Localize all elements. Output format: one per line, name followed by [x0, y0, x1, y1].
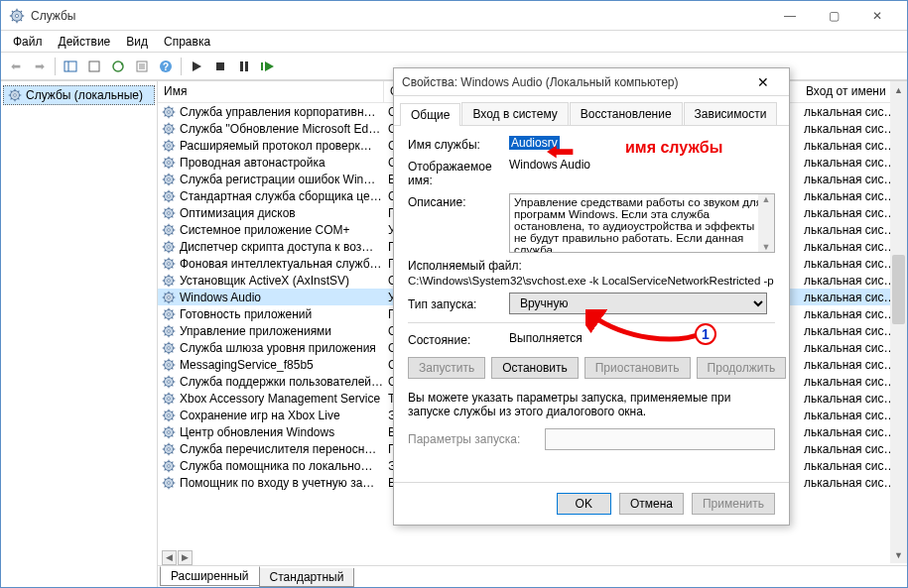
gear-icon	[162, 307, 176, 321]
tb-help-icon[interactable]: ?	[155, 56, 177, 77]
btn-stop[interactable]: Остановить	[491, 357, 579, 379]
gear-icon	[162, 223, 176, 237]
tb-export-icon[interactable]	[83, 56, 105, 77]
tab-dependencies[interactable]: Зависимости	[684, 102, 778, 125]
service-name-label: Управление приложениями	[180, 324, 331, 338]
svg-rect-23	[245, 61, 248, 71]
gear-icon	[162, 206, 176, 220]
service-name-label: Сохранение игр на Xbox Live	[180, 409, 340, 422]
menu-action[interactable]: Действие	[51, 33, 119, 51]
menu-view[interactable]: Вид	[118, 33, 156, 51]
tb-showhide-icon[interactable]	[60, 56, 81, 77]
service-name-label: Служба регистрации ошибок Win…	[180, 173, 375, 186]
bottom-tabs: Расширенный Стандартный	[158, 565, 907, 587]
tree-pane: Службы (локальные)	[1, 81, 158, 587]
gear-icon	[162, 392, 176, 406]
hint-text: Вы можете указать параметры запуска, при…	[408, 391, 775, 418]
menu-help[interactable]: Справка	[156, 33, 218, 51]
col-name[interactable]: Имя	[158, 81, 384, 102]
dialog-tabs: Общие Вход в систему Восстановление Зави…	[394, 96, 789, 126]
gear-icon	[162, 459, 176, 473]
svg-rect-12	[89, 61, 99, 71]
service-name-label: Диспетчер скрипта доступа к воз…	[180, 240, 373, 254]
gear-icon	[162, 156, 176, 170]
btn-start[interactable]: Запустить	[408, 357, 485, 379]
app-gear-icon	[9, 8, 25, 24]
service-name-label: MessagingService_f85b5	[180, 358, 314, 372]
svg-rect-21	[216, 62, 224, 70]
gear-icon	[162, 139, 176, 153]
lbl-display-name: Отображаемое имя:	[408, 158, 501, 187]
tab-recovery[interactable]: Восстановление	[570, 102, 683, 125]
btn-pause[interactable]: Приостановить	[584, 357, 691, 379]
val-description: Управление средствами работы со звуком д…	[509, 193, 775, 253]
vscrollbar[interactable]: ▲▼	[890, 81, 907, 563]
service-name-label: Служба помощника по локально…	[180, 459, 372, 473]
properties-dialog: Свойства: Windows Audio (Локальный компь…	[393, 67, 790, 526]
service-name-label: Служба перечислителя переносн…	[180, 442, 376, 456]
dialog-close-icon[interactable]: ✕	[745, 69, 781, 95]
service-name-label: Служба "Обновление Microsoft Ed…	[180, 122, 380, 136]
desc-scrollbar[interactable]: ▲▼	[758, 194, 774, 252]
tab-standard[interactable]: Стандартный	[259, 568, 355, 587]
hscroll[interactable]: ◀▶	[158, 549, 907, 565]
gear-icon	[162, 409, 176, 422]
service-name-label: Стандартная служба сборщика це…	[180, 189, 382, 203]
dialog-titlebar: Свойства: Windows Audio (Локальный компь…	[394, 68, 789, 96]
btn-resume[interactable]: Продолжить	[697, 357, 787, 379]
tree-root-label: Службы (локальные)	[26, 88, 143, 102]
service-name-label: Установщик ActiveX (AxInstSV)	[180, 274, 349, 288]
params-input[interactable]	[545, 428, 775, 450]
maximize-button[interactable]: ▢	[812, 2, 855, 30]
gear-icon	[162, 240, 176, 254]
tb-back-icon[interactable]: ⬅	[5, 56, 27, 77]
btn-apply[interactable]: Применить	[692, 493, 775, 515]
tree-root-services[interactable]: Службы (локальные)	[3, 85, 155, 105]
gear-icon	[162, 257, 176, 271]
btn-ok[interactable]: OK	[557, 493, 611, 515]
gear-icon	[162, 291, 176, 304]
service-name-label: Центр обновления Windows	[180, 425, 334, 439]
gear-icon	[162, 105, 176, 119]
gear-icon	[162, 442, 176, 456]
close-button[interactable]: ✕	[855, 2, 899, 30]
annotation-arrow-left-icon: ⬅	[547, 139, 574, 165]
tb-start-icon[interactable]	[186, 56, 207, 77]
svg-rect-22	[240, 61, 243, 71]
window-title: Службы	[31, 9, 768, 23]
tb-pause-icon[interactable]	[233, 56, 255, 77]
lbl-service-name: Имя службы:	[408, 136, 501, 152]
tab-logon[interactable]: Вход в систему	[461, 102, 568, 125]
svg-rect-24	[261, 62, 263, 70]
minimize-button[interactable]: —	[768, 2, 812, 30]
service-name-label: Служба поддержки пользователей…	[180, 375, 383, 389]
tb-restart-icon[interactable]	[257, 56, 279, 77]
tb-properties-icon[interactable]	[131, 56, 153, 77]
tab-extended[interactable]: Расширенный	[160, 566, 260, 586]
service-name-label: Служба шлюза уровня приложения	[180, 341, 376, 355]
dialog-title: Свойства: Windows Audio (Локальный компь…	[402, 75, 745, 89]
gear-icon	[162, 341, 176, 355]
service-name-label: Помощник по входу в учетную за…	[180, 476, 374, 490]
tb-stop-icon[interactable]	[209, 56, 231, 77]
lbl-exe: Исполняемый файл:	[408, 259, 522, 273]
lbl-params: Параметры запуска:	[408, 432, 537, 446]
service-name-label: Системное приложение COM+	[180, 223, 350, 237]
tab-general[interactable]: Общие	[400, 103, 460, 126]
gear-icon	[162, 476, 176, 490]
menubar: Файл Действие Вид Справка	[1, 31, 907, 53]
gear-icon	[162, 425, 176, 439]
btn-cancel[interactable]: Отмена	[619, 493, 684, 515]
dialog-body: Имя службы: Audiosrv Отображаемое имя: W…	[394, 126, 789, 482]
val-state: Выполняется	[509, 331, 775, 345]
service-name-label: Проводная автонастройка	[180, 156, 325, 170]
service-name-label: Готовность приложений	[180, 307, 312, 321]
svg-marker-25	[265, 61, 274, 71]
gear-icon	[162, 122, 176, 136]
tb-forward-icon[interactable]: ➡	[29, 56, 51, 77]
tb-refresh-icon[interactable]	[107, 56, 129, 77]
svg-rect-10	[65, 61, 76, 71]
startup-type-select[interactable]: Вручную	[509, 293, 767, 314]
gear-icon	[162, 375, 176, 389]
menu-file[interactable]: Файл	[5, 33, 51, 51]
